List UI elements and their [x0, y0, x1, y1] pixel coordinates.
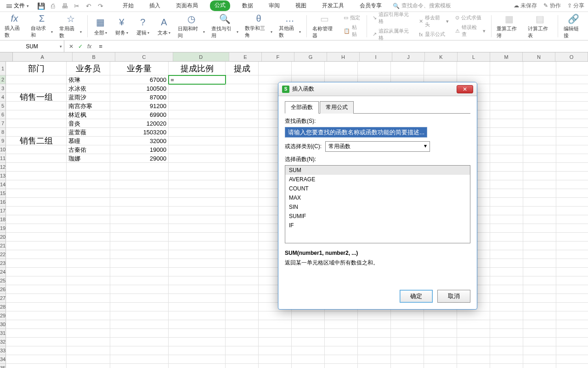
cell[interactable]	[6, 311, 67, 320]
cell[interactable]	[6, 172, 67, 180]
row-header-34[interactable]: 34	[0, 355, 6, 364]
cell[interactable]: 120020	[110, 119, 169, 128]
function-list-item[interactable]: AVERAGE	[285, 175, 470, 184]
cell[interactable]	[67, 215, 110, 224]
cell[interactable]	[523, 110, 556, 119]
cell[interactable]	[490, 172, 523, 180]
cell[interactable]	[6, 338, 67, 346]
dialog-tab-common[interactable]: 常用公式	[320, 101, 354, 114]
cell[interactable]	[67, 224, 110, 233]
cell[interactable]	[6, 268, 67, 276]
cell[interactable]	[523, 250, 556, 259]
cell[interactable]	[226, 294, 259, 303]
cell[interactable]: 蓝萱薇	[67, 128, 110, 137]
row-header-3[interactable]: 3	[0, 84, 6, 93]
redo-icon[interactable]: ↷	[97, 2, 104, 10]
function-list[interactable]: SUMAVERAGECOUNTMAXSINSUMIFIF	[285, 165, 470, 243]
cell[interactable]	[391, 329, 424, 338]
row-header-33[interactable]: 33	[0, 346, 6, 355]
cell[interactable]: 水冰依	[67, 84, 110, 93]
cell[interactable]	[67, 189, 110, 198]
cell[interactable]	[67, 329, 110, 338]
row-header-1[interactable]: 1	[0, 62, 6, 75]
row-header-12[interactable]: 12	[0, 163, 6, 172]
cell[interactable]	[169, 180, 226, 189]
cell[interactable]	[325, 320, 358, 329]
cell[interactable]: 业务员	[67, 62, 110, 75]
cell[interactable]	[556, 224, 588, 233]
row-header-21[interactable]: 21	[0, 242, 6, 250]
cell[interactable]	[67, 320, 110, 329]
row-header-7[interactable]: 7	[0, 119, 6, 128]
cell[interactable]	[110, 172, 169, 180]
cell[interactable]	[259, 62, 292, 75]
cell[interactable]	[490, 207, 523, 215]
cell[interactable]: 古秦佑	[67, 145, 110, 154]
col-header-I[interactable]: I	[360, 52, 392, 61]
cell[interactable]	[110, 215, 169, 224]
cell[interactable]	[556, 180, 588, 189]
cell[interactable]	[169, 303, 226, 311]
row-header-9[interactable]: 9	[0, 137, 6, 145]
cell[interactable]	[490, 102, 523, 110]
collab-button[interactable]: ✎ 协作	[543, 2, 560, 10]
cell[interactable]	[325, 62, 358, 75]
cell[interactable]	[292, 329, 325, 338]
cell[interactable]	[6, 364, 67, 368]
cell[interactable]	[226, 180, 259, 189]
row-header-2[interactable]: 2	[0, 75, 6, 84]
cell[interactable]	[110, 233, 169, 242]
cell[interactable]	[169, 311, 226, 320]
cell[interactable]	[226, 128, 259, 137]
cell[interactable]	[490, 110, 523, 119]
cell[interactable]	[6, 355, 67, 364]
command-search[interactable]: 🔍 查找命令、搜索模板	[393, 2, 451, 10]
cell[interactable]	[556, 320, 588, 329]
cell[interactable]	[292, 320, 325, 329]
cell[interactable]	[358, 346, 391, 355]
cell[interactable]	[490, 303, 523, 311]
col-header-J[interactable]: J	[392, 52, 425, 61]
cell[interactable]: 100500	[110, 84, 169, 93]
cell[interactable]	[523, 346, 556, 355]
cell[interactable]	[490, 364, 523, 368]
cell[interactable]	[556, 119, 588, 128]
cell[interactable]: 29000	[110, 154, 169, 163]
cell[interactable]	[67, 180, 110, 189]
cell[interactable]	[226, 189, 259, 198]
cell[interactable]	[169, 276, 226, 285]
cell[interactable]	[169, 329, 226, 338]
cell[interactable]	[259, 329, 292, 338]
cell[interactable]	[226, 207, 259, 215]
cell[interactable]: 销售一组	[6, 93, 67, 102]
cell[interactable]	[169, 110, 226, 119]
cell[interactable]	[523, 285, 556, 294]
cell[interactable]	[490, 242, 523, 250]
cell[interactable]	[325, 355, 358, 364]
cell[interactable]	[556, 276, 588, 285]
cell[interactable]	[490, 346, 523, 355]
cell[interactable]	[226, 172, 259, 180]
cell[interactable]	[523, 172, 556, 180]
cell[interactable]	[523, 189, 556, 198]
cell[interactable]	[424, 338, 457, 346]
cell[interactable]	[169, 250, 226, 259]
cell[interactable]	[358, 62, 391, 75]
cell[interactable]	[490, 137, 523, 145]
cell[interactable]	[226, 268, 259, 276]
row-header-5[interactable]: 5	[0, 102, 6, 110]
cell[interactable]	[169, 198, 226, 207]
cell[interactable]	[490, 320, 523, 329]
cell[interactable]	[391, 346, 424, 355]
row-header-17[interactable]: 17	[0, 207, 6, 215]
cancel-formula-icon[interactable]: ✕	[69, 43, 74, 50]
cell[interactable]	[556, 285, 588, 294]
cell[interactable]	[169, 145, 226, 154]
cell[interactable]	[490, 189, 523, 198]
cell[interactable]	[6, 303, 67, 311]
cell[interactable]	[67, 259, 110, 268]
cell[interactable]: 蓝雨汐	[67, 93, 110, 102]
cell[interactable]	[226, 84, 259, 93]
text-fn-button[interactable]: A文本▾	[154, 13, 174, 39]
cell[interactable]	[169, 259, 226, 268]
